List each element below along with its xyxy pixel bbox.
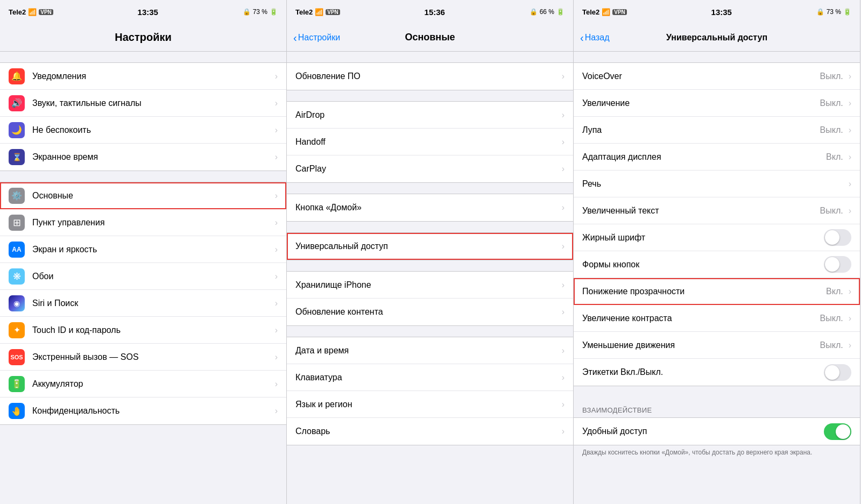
buttonshapes-toggle[interactable]	[824, 256, 851, 273]
list-item-wallpaper[interactable]: ❋ Обои ›	[0, 263, 286, 290]
wifi-icon-2: 📶	[315, 8, 323, 16]
siri-label: Siri и Поиск	[32, 299, 273, 308]
accessibility-chevron: ›	[562, 242, 564, 251]
list-item-airdrop[interactable]: AirDrop ›	[287, 102, 573, 129]
list-item-accessibility[interactable]: Универсальный доступ ›	[287, 233, 573, 260]
list-group-3b: Удобный доступ	[574, 417, 860, 445]
list-item-dnd[interactable]: 🌙 Не беспокоить ›	[0, 117, 286, 144]
vpn-badge-3: VPN	[612, 9, 627, 15]
list-item-sos[interactable]: SOS Экстренный вызов — SOS ›	[0, 344, 286, 371]
list-item-speech[interactable]: Речь ›	[574, 171, 860, 197]
list-item-sounds[interactable]: 🔊 Звуки, тактильные сигналы ›	[0, 90, 286, 117]
lock-icon-2: 🔒	[530, 8, 538, 16]
onofflabels-toggle[interactable]	[824, 364, 851, 381]
wifi-icon-1: 📶	[28, 8, 37, 16]
zoom-value: Выкл.	[820, 98, 843, 108]
battery-icon-2: 🔋	[556, 8, 564, 16]
nav-back-label-3: Назад	[585, 33, 610, 42]
list-item-homebtn[interactable]: Кнопка «Домой» ›	[287, 194, 573, 221]
controlcenter-icon: ⊞	[9, 215, 25, 231]
list-item-storage[interactable]: Хранилище iPhone ›	[287, 272, 573, 299]
settings-list-3: VoiceOver Выкл. › Увеличение Выкл. › Луп…	[574, 52, 860, 504]
list-item-keyboard[interactable]: Клавиатура ›	[287, 364, 573, 391]
increasecontrast-label: Увеличение контраста	[582, 314, 820, 323]
spacer-3a	[574, 52, 860, 62]
sounds-label: Звуки, тактильные сигналы	[32, 98, 273, 108]
panel-accessibility: Tele2 📶 VPN 13:35 🔒 73 % 🔋 ‹ Назад Униве…	[574, 0, 860, 504]
notif-chevron: ›	[275, 72, 278, 81]
controlcenter-label: Пункт управления	[32, 218, 273, 228]
storage-label: Хранилище iPhone	[295, 280, 560, 290]
siri-icon: ◉	[9, 295, 25, 311]
boldfont-label: Жирный шрифт	[582, 233, 824, 243]
boldfont-toggle[interactable]	[824, 229, 851, 246]
list-item-screentime[interactable]: ⌛ Экранное время ›	[0, 144, 286, 171]
spacer-2	[0, 171, 286, 182]
buttonshapes-label: Формы кнопок	[582, 260, 824, 269]
screentime-icon: ⌛	[9, 149, 25, 165]
list-item-carplay[interactable]: CarPlay ›	[287, 155, 573, 182]
list-item-dictionary[interactable]: Словарь ›	[287, 418, 573, 445]
list-group-2a: Обновление ПО ›	[287, 62, 573, 90]
list-item-displayadapt[interactable]: Адаптация дисплея Вкл. ›	[574, 144, 860, 171]
status-bar-1: Tele2 📶 VPN 13:35 🔒 73 % 🔋	[0, 0, 286, 24]
list-item-update[interactable]: Обновление ПО ›	[287, 63, 573, 90]
nav-title-2: Основные	[405, 32, 455, 43]
status-time-2: 15:36	[425, 8, 445, 17]
displayadapt-label: Адаптация дисплея	[582, 152, 826, 162]
reducemotion-value: Выкл.	[820, 340, 843, 350]
touchid-chevron: ›	[275, 325, 278, 335]
list-item-general[interactable]: ⚙️ Основные ›	[0, 182, 286, 209]
list-item-largetext[interactable]: Увеличенный текст Выкл. ›	[574, 197, 860, 224]
onofflabels-label: Этикетки Вкл./Выкл.	[582, 367, 824, 377]
nav-back-2[interactable]: ‹ Настройки	[293, 32, 340, 43]
list-item-controlcenter[interactable]: ⊞ Пункт управления ›	[0, 209, 286, 236]
panel-general: Tele2 📶 VPN 15:36 🔒 66 % 🔋 ‹ Настройки О…	[287, 0, 574, 504]
magnifier-label: Лупа	[582, 125, 820, 135]
language-label: Язык и регион	[295, 400, 560, 409]
list-item-handoff[interactable]: Handoff ›	[287, 129, 573, 155]
status-time-1: 13:35	[138, 8, 158, 17]
reducemotion-label: Уменьшение движения	[582, 340, 820, 350]
list-item-reducetrans[interactable]: Понижение прозрачности Вкл. ›	[574, 278, 860, 305]
list-item-zoom[interactable]: Увеличение Выкл. ›	[574, 90, 860, 117]
list-item-increasecontrast[interactable]: Увеличение контраста Выкл. ›	[574, 305, 860, 332]
display-icon: AA	[9, 242, 25, 258]
privacy-icon: 🤚	[9, 403, 25, 419]
list-item-voiceover[interactable]: VoiceOver Выкл. ›	[574, 63, 860, 90]
boldfont-toggle-knob	[825, 230, 839, 245]
list-item-onofflabels[interactable]: Этикетки Вкл./Выкл.	[574, 359, 860, 386]
status-left-3: Tele2 📶 VPN	[582, 8, 627, 16]
list-item-datetime[interactable]: Дата и время ›	[287, 337, 573, 364]
list-item-privacy[interactable]: 🤚 Конфиденциальность ›	[0, 397, 286, 424]
accessibility-label: Универсальный доступ	[295, 242, 560, 251]
carrier-3: Tele2	[582, 8, 599, 16]
list-item-magnifier[interactable]: Лупа Выкл. ›	[574, 117, 860, 144]
assistivetouch-toggle-knob	[836, 424, 850, 439]
list-item-display[interactable]: AA Экран и яркость ›	[0, 236, 286, 263]
list-item-boldfont[interactable]: Жирный шрифт	[574, 224, 860, 251]
nav-back-label-2: Настройки	[298, 33, 340, 42]
storage-chevron: ›	[562, 280, 564, 290]
list-item-bgrefresh[interactable]: Обновление контента ›	[287, 299, 573, 325]
privacy-label: Конфиденциальность	[32, 406, 273, 416]
zoom-label: Увеличение	[582, 98, 820, 108]
list-group-2b: AirDrop › Handoff › CarPlay ›	[287, 101, 573, 183]
list-item-siri[interactable]: ◉ Siri и Поиск ›	[0, 290, 286, 317]
list-item-touchid[interactable]: ✦ Touch ID и код-пароль ›	[0, 317, 286, 344]
list-item-reducemotion[interactable]: Уменьшение движения Выкл. ›	[574, 332, 860, 359]
datetime-chevron: ›	[562, 346, 564, 356]
list-item-assistivetouch[interactable]: Удобный доступ	[574, 418, 860, 445]
dnd-icon: 🌙	[9, 122, 25, 138]
reducetrans-label: Понижение прозрачности	[582, 287, 826, 296]
touchid-icon: ✦	[9, 322, 25, 338]
privacy-chevron: ›	[275, 406, 278, 416]
assistivetouch-toggle[interactable]	[824, 423, 851, 440]
list-item-battery[interactable]: 🔋 Аккумулятор ›	[0, 371, 286, 397]
nav-back-3[interactable]: ‹ Назад	[580, 32, 610, 43]
list-item-notif[interactable]: 🔔 Уведомления ›	[0, 63, 286, 90]
largetext-label: Увеличенный текст	[582, 206, 820, 216]
list-item-buttonshapes[interactable]: Формы кнопок	[574, 251, 860, 278]
list-item-language[interactable]: Язык и регион ›	[287, 391, 573, 418]
status-right-2: 🔒 66 % 🔋	[530, 8, 564, 16]
